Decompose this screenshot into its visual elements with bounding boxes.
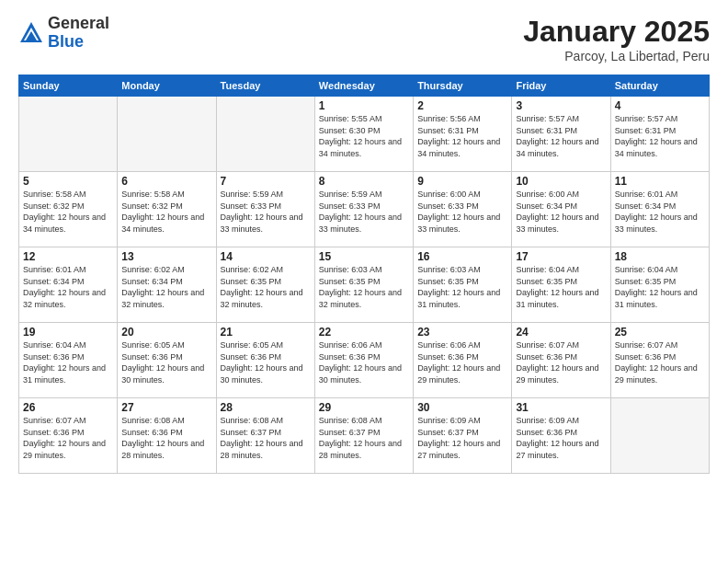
day-cell-4-1: 27 Sunrise: 6:08 AM Sunset: 6:36 PM Dayl… <box>118 398 216 474</box>
day-number: 5 <box>23 175 113 188</box>
day-number: 29 <box>319 401 409 414</box>
day-number: 8 <box>319 175 409 188</box>
day-cell-0-6: 4 Sunrise: 5:57 AM Sunset: 6:31 PM Dayli… <box>610 97 709 172</box>
day-info: Sunrise: 6:01 AM Sunset: 6:34 PM Dayligh… <box>615 189 705 235</box>
day-number: 18 <box>615 250 705 263</box>
day-number: 17 <box>516 250 606 263</box>
day-cell-0-4: 2 Sunrise: 5:56 AM Sunset: 6:31 PM Dayli… <box>414 97 512 172</box>
day-info: Sunrise: 5:59 AM Sunset: 6:33 PM Dayligh… <box>319 189 409 235</box>
day-info: Sunrise: 6:09 AM Sunset: 6:37 PM Dayligh… <box>417 415 507 461</box>
day-cell-3-5: 24 Sunrise: 6:07 AM Sunset: 6:36 PM Dayl… <box>512 323 610 398</box>
day-cell-0-0 <box>19 97 118 172</box>
day-number: 21 <box>221 326 311 339</box>
day-cell-1-2: 7 Sunrise: 5:59 AM Sunset: 6:33 PM Dayli… <box>216 172 314 247</box>
day-number: 23 <box>417 326 507 339</box>
day-info: Sunrise: 6:03 AM Sunset: 6:35 PM Dayligh… <box>417 264 507 310</box>
day-info: Sunrise: 6:06 AM Sunset: 6:36 PM Dayligh… <box>319 339 409 385</box>
day-info: Sunrise: 6:00 AM Sunset: 6:33 PM Dayligh… <box>417 189 507 235</box>
day-number: 12 <box>23 250 113 263</box>
day-number: 1 <box>319 99 409 112</box>
day-info: Sunrise: 5:57 AM Sunset: 6:31 PM Dayligh… <box>615 113 705 159</box>
day-number: 3 <box>516 99 606 112</box>
day-number: 30 <box>417 401 507 414</box>
day-number: 20 <box>121 326 211 339</box>
day-number: 22 <box>319 326 409 339</box>
day-cell-3-6: 25 Sunrise: 6:07 AM Sunset: 6:36 PM Dayl… <box>610 323 709 398</box>
day-cell-1-4: 9 Sunrise: 6:00 AM Sunset: 6:33 PM Dayli… <box>414 172 512 247</box>
day-info: Sunrise: 6:01 AM Sunset: 6:34 PM Dayligh… <box>23 264 113 310</box>
col-wednesday: Wednesday <box>314 75 413 97</box>
day-number: 9 <box>417 175 507 188</box>
day-info: Sunrise: 5:55 AM Sunset: 6:30 PM Dayligh… <box>319 113 409 159</box>
day-cell-4-4: 30 Sunrise: 6:09 AM Sunset: 6:37 PM Dayl… <box>414 398 512 474</box>
day-number: 27 <box>121 401 211 414</box>
day-number: 25 <box>615 326 705 339</box>
day-number: 6 <box>121 175 211 188</box>
day-number: 10 <box>516 175 606 188</box>
col-saturday: Saturday <box>610 75 709 97</box>
col-thursday: Thursday <box>414 75 512 97</box>
logo-general-text: General <box>48 14 109 32</box>
day-info: Sunrise: 6:05 AM Sunset: 6:36 PM Dayligh… <box>221 339 311 385</box>
day-info: Sunrise: 6:02 AM Sunset: 6:35 PM Dayligh… <box>221 264 311 310</box>
day-number: 11 <box>615 175 705 188</box>
day-cell-2-1: 13 Sunrise: 6:02 AM Sunset: 6:34 PM Dayl… <box>118 247 216 323</box>
day-info: Sunrise: 6:04 AM Sunset: 6:35 PM Dayligh… <box>615 264 705 310</box>
day-info: Sunrise: 5:58 AM Sunset: 6:32 PM Dayligh… <box>23 189 113 235</box>
day-cell-2-4: 16 Sunrise: 6:03 AM Sunset: 6:35 PM Dayl… <box>414 247 512 323</box>
week-row-2: 5 Sunrise: 5:58 AM Sunset: 6:32 PM Dayli… <box>19 172 710 247</box>
week-row-4: 19 Sunrise: 6:04 AM Sunset: 6:36 PM Dayl… <box>19 323 710 398</box>
day-cell-1-3: 8 Sunrise: 5:59 AM Sunset: 6:33 PM Dayli… <box>314 172 413 247</box>
day-number: 31 <box>516 401 606 414</box>
header-row: Sunday Monday Tuesday Wednesday Thursday… <box>19 75 710 97</box>
day-number: 4 <box>615 99 705 112</box>
day-cell-4-0: 26 Sunrise: 6:07 AM Sunset: 6:36 PM Dayl… <box>19 398 118 474</box>
logo: General Blue <box>18 15 109 52</box>
col-monday: Monday <box>118 75 216 97</box>
day-number: 28 <box>221 401 311 414</box>
day-cell-4-5: 31 Sunrise: 6:09 AM Sunset: 6:36 PM Dayl… <box>512 398 610 474</box>
day-cell-4-3: 29 Sunrise: 6:08 AM Sunset: 6:37 PM Dayl… <box>314 398 413 474</box>
day-info: Sunrise: 6:04 AM Sunset: 6:36 PM Dayligh… <box>23 339 113 385</box>
logo-text: General Blue <box>48 15 109 52</box>
day-cell-2-3: 15 Sunrise: 6:03 AM Sunset: 6:35 PM Dayl… <box>314 247 413 323</box>
day-info: Sunrise: 6:02 AM Sunset: 6:34 PM Dayligh… <box>121 264 211 310</box>
col-friday: Friday <box>512 75 610 97</box>
day-info: Sunrise: 5:59 AM Sunset: 6:33 PM Dayligh… <box>221 189 311 235</box>
day-cell-1-5: 10 Sunrise: 6:00 AM Sunset: 6:34 PM Dayl… <box>512 172 610 247</box>
day-number: 7 <box>221 175 311 188</box>
header: General Blue January 2025 Parcoy, La Lib… <box>18 15 710 63</box>
day-cell-3-0: 19 Sunrise: 6:04 AM Sunset: 6:36 PM Dayl… <box>19 323 118 398</box>
day-info: Sunrise: 6:07 AM Sunset: 6:36 PM Dayligh… <box>516 339 606 385</box>
day-info: Sunrise: 6:05 AM Sunset: 6:36 PM Dayligh… <box>121 339 211 385</box>
day-cell-3-2: 21 Sunrise: 6:05 AM Sunset: 6:36 PM Dayl… <box>216 323 314 398</box>
day-cell-2-5: 17 Sunrise: 6:04 AM Sunset: 6:35 PM Dayl… <box>512 247 610 323</box>
week-row-1: 1 Sunrise: 5:55 AM Sunset: 6:30 PM Dayli… <box>19 97 710 172</box>
day-cell-1-1: 6 Sunrise: 5:58 AM Sunset: 6:32 PM Dayli… <box>118 172 216 247</box>
day-info: Sunrise: 6:06 AM Sunset: 6:36 PM Dayligh… <box>417 339 507 385</box>
day-cell-0-2 <box>216 97 314 172</box>
day-info: Sunrise: 6:08 AM Sunset: 6:37 PM Dayligh… <box>221 415 311 461</box>
day-number: 15 <box>319 250 409 263</box>
day-cell-3-1: 20 Sunrise: 6:05 AM Sunset: 6:36 PM Dayl… <box>118 323 216 398</box>
day-info: Sunrise: 5:58 AM Sunset: 6:32 PM Dayligh… <box>121 189 211 235</box>
day-info: Sunrise: 6:08 AM Sunset: 6:37 PM Dayligh… <box>319 415 409 461</box>
title-block: January 2025 Parcoy, La Libertad, Peru <box>523 15 710 63</box>
logo-icon <box>18 20 44 46</box>
day-info: Sunrise: 6:07 AM Sunset: 6:36 PM Dayligh… <box>23 415 113 461</box>
day-cell-4-6 <box>610 398 709 474</box>
day-info: Sunrise: 6:09 AM Sunset: 6:36 PM Dayligh… <box>516 415 606 461</box>
day-number: 13 <box>121 250 211 263</box>
day-cell-2-6: 18 Sunrise: 6:04 AM Sunset: 6:35 PM Dayl… <box>610 247 709 323</box>
day-info: Sunrise: 6:07 AM Sunset: 6:36 PM Dayligh… <box>615 339 705 385</box>
day-number: 24 <box>516 326 606 339</box>
day-info: Sunrise: 6:08 AM Sunset: 6:36 PM Dayligh… <box>121 415 211 461</box>
week-row-3: 12 Sunrise: 6:01 AM Sunset: 6:34 PM Dayl… <box>19 247 710 323</box>
day-info: Sunrise: 5:56 AM Sunset: 6:31 PM Dayligh… <box>417 113 507 159</box>
col-tuesday: Tuesday <box>216 75 314 97</box>
week-row-5: 26 Sunrise: 6:07 AM Sunset: 6:36 PM Dayl… <box>19 398 710 474</box>
day-number: 26 <box>23 401 113 414</box>
day-number: 19 <box>23 326 113 339</box>
day-cell-0-1 <box>118 97 216 172</box>
day-number: 14 <box>221 250 311 263</box>
